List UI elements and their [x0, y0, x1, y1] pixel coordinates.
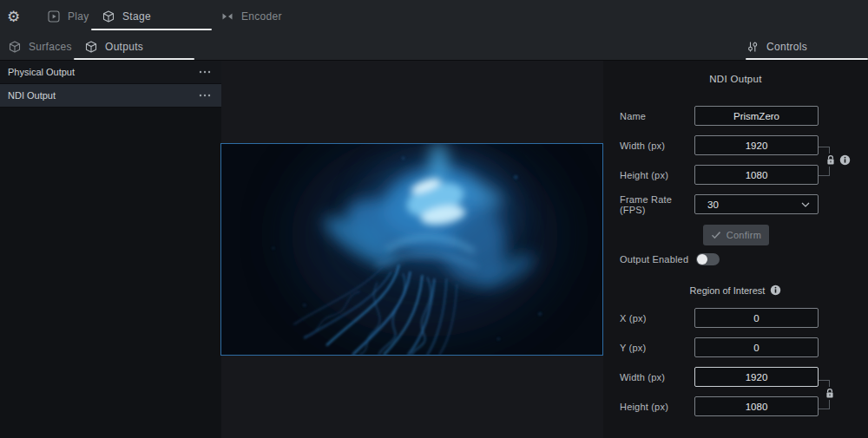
sidebar-item-label: NDI Output: [8, 90, 56, 101]
panel-title: NDI Output: [603, 61, 868, 84]
output-enabled-row: Output Enabled: [620, 252, 868, 266]
roi-y-label: Y (px): [620, 343, 694, 353]
settings-gear-icon[interactable]: ⚙: [7, 10, 20, 24]
sidebar-item-label: Physical Output: [8, 67, 75, 77]
info-icon[interactable]: [770, 284, 781, 296]
output-enabled-toggle[interactable]: [696, 253, 720, 265]
roi-section-title: Region of Interest: [603, 284, 868, 296]
roi-height-label: Height (px): [620, 402, 694, 412]
roi-y-field-row: Y (px): [620, 337, 868, 357]
framerate-select[interactable]: 30: [694, 194, 819, 214]
roi-x-field-row: X (px): [620, 308, 868, 328]
tab-stage-label: Stage: [122, 10, 151, 23]
tab-play[interactable]: Play: [48, 0, 89, 33]
output-enabled-label: Output Enabled: [620, 254, 694, 265]
confirm-button[interactable]: Confirm: [703, 225, 769, 245]
bowtie-icon: [221, 10, 233, 23]
tab-controls[interactable]: Controls: [746, 33, 807, 60]
tab-play-label: Play: [68, 10, 89, 23]
cube-icon: [102, 10, 115, 23]
row-menu-ellipsis-icon[interactable]: [199, 90, 211, 101]
name-input[interactable]: [694, 106, 819, 126]
tab-outputs-label: Outputs: [105, 41, 143, 53]
roi-title-text: Region of Interest: [690, 285, 766, 296]
name-label: Name: [620, 111, 694, 121]
sidebar-item-physical-output[interactable]: Physical Output: [0, 61, 221, 84]
sub-nav-bar: Surfaces Outputs Controls: [0, 33, 868, 61]
sliders-icon: [746, 41, 759, 53]
roi-width-label: Width (px): [620, 372, 694, 382]
chevron-down-icon: [801, 202, 810, 207]
confirm-button-label: Confirm: [727, 230, 762, 240]
stage-tab-underline: [91, 29, 212, 30]
tab-encoder[interactable]: Encoder: [221, 0, 282, 33]
framerate-selected-value: 30: [707, 199, 719, 210]
tab-surfaces-label: Surfaces: [29, 41, 72, 53]
framerate-label: Frame Rate (FPS): [620, 194, 694, 215]
app-root: ⚙ Play Stage Encoder: [0, 0, 868, 438]
framerate-field-row: Frame Rate (FPS) 30: [620, 194, 868, 214]
roi-width-input[interactable]: [694, 367, 819, 387]
info-icon[interactable]: [839, 154, 851, 166]
tab-surfaces[interactable]: Surfaces: [9, 33, 72, 60]
roi-height-input[interactable]: [694, 396, 819, 416]
top-nav-bar: ⚙ Play Stage Encoder: [0, 0, 868, 33]
outputs-sidebar: Physical Output NDI Output: [0, 61, 221, 438]
sidebar-item-ndi-output[interactable]: NDI Output: [0, 84, 221, 108]
width-input[interactable]: [694, 135, 819, 155]
play-icon: [48, 10, 60, 23]
width-label: Width (px): [620, 141, 694, 151]
lock-icon[interactable]: [823, 387, 837, 400]
height-label: Height (px): [620, 170, 694, 180]
tab-controls-label: Controls: [766, 41, 807, 53]
stage-canvas: [221, 61, 603, 438]
height-input[interactable]: [694, 165, 819, 185]
width-field-row: Width (px): [620, 135, 868, 155]
tab-encoder-label: Encoder: [241, 10, 282, 23]
jellyfish-preview-image: [221, 144, 602, 355]
cube-icon: [9, 41, 21, 53]
tab-outputs[interactable]: Outputs: [85, 33, 143, 60]
name-field-row: Name: [620, 106, 868, 126]
toggle-knob: [697, 254, 707, 265]
roi-x-label: X (px): [620, 313, 694, 324]
roi-x-input[interactable]: [694, 308, 819, 328]
checkmark-icon: [711, 231, 721, 239]
controls-tab-underline: [746, 58, 868, 60]
outputs-tab-underline: [74, 58, 194, 60]
lock-icon[interactable]: [824, 154, 838, 167]
height-field-row: Height (px): [620, 165, 868, 185]
roi-width-field-row: Width (px): [620, 367, 868, 387]
cube-icon: [85, 41, 97, 53]
row-menu-ellipsis-icon[interactable]: [199, 67, 211, 77]
controls-panel: NDI Output Name Width (px) Height (px) F…: [603, 61, 868, 438]
ndi-output-preview: [220, 143, 603, 356]
roi-y-input[interactable]: [694, 337, 819, 357]
